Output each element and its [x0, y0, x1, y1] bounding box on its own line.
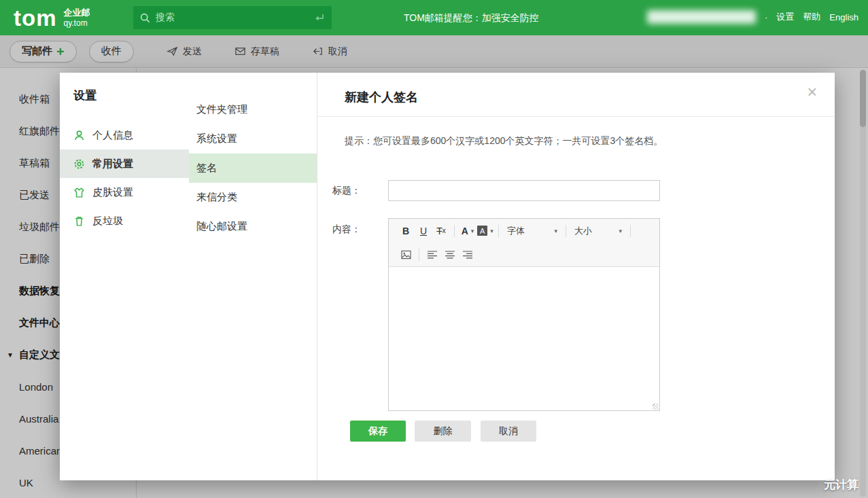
- settings-nav: 设置 个人信息 常用设置 皮肤设置: [60, 73, 189, 480]
- signature-title-label: 标题：: [317, 185, 361, 197]
- underline-icon: U: [420, 226, 427, 236]
- image-icon: [401, 250, 411, 260]
- signature-content-label: 内容：: [317, 224, 361, 236]
- language-link[interactable]: English: [829, 12, 858, 22]
- search-icon: [140, 13, 150, 23]
- help-link[interactable]: 帮助: [803, 11, 820, 23]
- watermark: 元计算: [824, 477, 858, 493]
- subnav-system-settings[interactable]: 系统设置: [189, 124, 317, 154]
- editor-toolbar: B U Tx A▾ A▾ 字体▾ 大小▾: [389, 219, 659, 267]
- bg-color-button[interactable]: A▾: [476, 223, 494, 239]
- font-family-value: 字体: [507, 225, 525, 237]
- toolbar-separator: [454, 225, 455, 237]
- close-icon[interactable]: ×: [807, 84, 817, 101]
- editor-toolbar-row2: [397, 243, 651, 266]
- subnav-label: 随心邮设置: [196, 220, 247, 233]
- settings-nav-personal-info[interactable]: 个人信息: [60, 121, 189, 149]
- toolbar-separator: [498, 225, 499, 237]
- subnav-folder-management[interactable]: 文件夹管理: [189, 95, 317, 124]
- header-links: · 设置 帮助 English: [647, 10, 858, 24]
- caret-down-icon: ▾: [619, 228, 622, 234]
- save-button[interactable]: 保存: [350, 421, 406, 442]
- settings-subnav: 文件夹管理 系统设置 签名 来信分类 随心邮设置: [189, 73, 317, 480]
- align-left-button[interactable]: [423, 247, 441, 263]
- signature-title-input[interactable]: [388, 180, 660, 201]
- align-right-icon: [463, 251, 472, 259]
- clear-format-icon: T: [436, 226, 442, 236]
- font-family-select[interactable]: 字体▾: [503, 223, 561, 239]
- gear-icon: [73, 158, 85, 170]
- person-icon: [73, 130, 85, 141]
- signature-content-textarea[interactable]: [389, 267, 659, 410]
- font-size-value: 大小: [574, 225, 592, 237]
- tom-logo: tom: [14, 7, 57, 29]
- subnav-incoming-classification[interactable]: 来信分类: [189, 183, 317, 212]
- caret-down-icon: ▾: [471, 228, 474, 234]
- resize-grip[interactable]: [653, 404, 659, 410]
- caret-down-icon: ▾: [554, 228, 557, 234]
- panel-title: 新建个人签名: [345, 89, 418, 105]
- settings-nav-skin[interactable]: 皮肤设置: [60, 178, 189, 207]
- clear-format-sub: x: [442, 227, 446, 234]
- settings-nav-label: 皮肤设置: [92, 186, 133, 199]
- delete-button[interactable]: 删除: [415, 421, 471, 442]
- settings-nav-general[interactable]: 常用设置: [60, 149, 189, 178]
- toolbar-separator: [419, 249, 419, 261]
- settings-nav-label: 常用设置: [92, 158, 133, 171]
- subnav-label: 签名: [196, 162, 217, 175]
- subnav-label: 系统设置: [196, 132, 237, 145]
- bg-color-icon: A: [477, 226, 487, 236]
- search-input[interactable]: 搜索: [133, 6, 332, 29]
- settings-nav-label: 反垃圾: [92, 215, 123, 228]
- shirt-icon: [73, 187, 85, 198]
- cancel-button[interactable]: 取消: [481, 421, 536, 442]
- caret-down-icon: ▾: [490, 228, 493, 234]
- font-color-icon: A: [462, 226, 468, 236]
- top-header: tom 企业邮 qy.tom 搜索 TOM邮箱提醒您：加强安全防控 · 设置 帮…: [0, 0, 868, 35]
- align-center-button[interactable]: [441, 247, 459, 263]
- brand-block: 企业邮 qy.tom: [64, 7, 90, 28]
- insert-image-button[interactable]: [397, 247, 415, 263]
- clear-format-button[interactable]: Tx: [432, 223, 450, 239]
- toolbar-separator: [566, 225, 566, 237]
- font-color-button[interactable]: A▾: [459, 223, 476, 239]
- settings-link[interactable]: 设置: [776, 11, 794, 23]
- align-right-button[interactable]: [459, 247, 476, 263]
- signature-tip: 提示：您可设置最多600个汉字或1200个英文字符；一共可设置3个签名档。: [345, 135, 663, 147]
- settings-title: 设置: [73, 88, 189, 103]
- bold-icon: B: [402, 226, 409, 236]
- subnav-suixin-mail[interactable]: 随心邮设置: [189, 212, 317, 241]
- header-notice: TOM邮箱提醒您：加强安全防控: [404, 12, 539, 24]
- subnav-label: 文件夹管理: [196, 103, 247, 116]
- align-center-icon: [445, 251, 455, 259]
- link-separator-dot: ·: [765, 12, 767, 22]
- toolbar-separator: [630, 225, 631, 237]
- subnav-label: 来信分类: [196, 191, 237, 204]
- settings-modal: 设置 个人信息 常用设置 皮肤设置: [60, 73, 835, 480]
- font-size-select[interactable]: 大小▾: [570, 223, 626, 239]
- subnav-signature[interactable]: 签名: [189, 154, 317, 183]
- trash-icon: [73, 215, 85, 227]
- bold-button[interactable]: B: [397, 223, 415, 239]
- brand-line2: qy.tom: [64, 18, 90, 28]
- signature-panel: 新建个人签名 × 提示：您可设置最多600个汉字或1200个英文字符；一共可设置…: [317, 73, 835, 480]
- underline-button[interactable]: U: [415, 223, 432, 239]
- editor-toolbar-row1: B U Tx A▾ A▾ 字体▾ 大小▾: [397, 219, 651, 243]
- screen: tom 企业邮 qy.tom 搜索 TOM邮箱提醒您：加强安全防控 · 设置 帮…: [0, 0, 868, 498]
- account-email-redacted: [647, 10, 756, 24]
- settings-nav-antispam[interactable]: 反垃圾: [60, 207, 189, 235]
- settings-nav-label: 个人信息: [92, 129, 133, 142]
- align-left-icon: [428, 251, 437, 259]
- signature-editor: B U Tx A▾ A▾ 字体▾ 大小▾: [388, 218, 660, 411]
- enter-key-icon: [314, 13, 325, 22]
- brand-line1: 企业邮: [64, 7, 90, 18]
- search-placeholder: 搜索: [156, 12, 314, 24]
